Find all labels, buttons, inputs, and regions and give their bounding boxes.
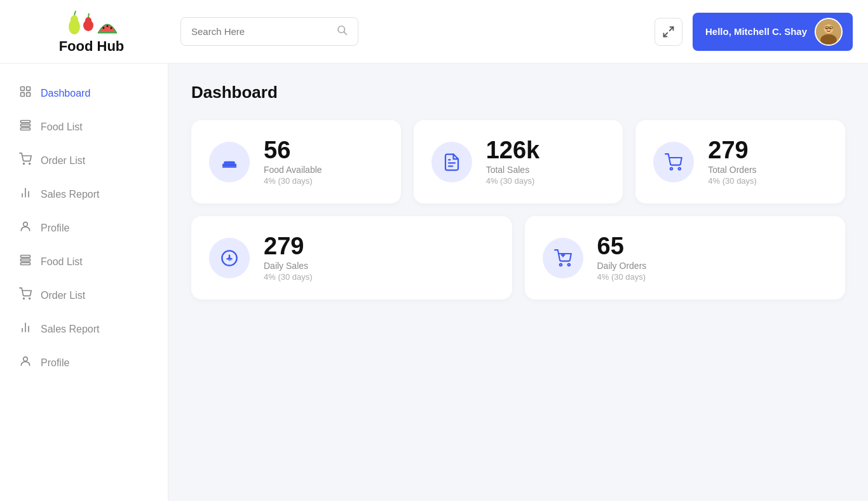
sidebar-item-sales-report[interactable]: Sales Report: [0, 177, 168, 211]
svg-rect-24: [27, 93, 31, 97]
total-orders-value: 279: [708, 138, 757, 162]
svg-point-37: [24, 298, 25, 299]
stat-info-daily-sales: 279 Daily Sales 4% (30 days): [264, 234, 313, 282]
svg-line-5: [88, 13, 89, 17]
stats-bottom-row: $ 279 Daily Sales 4% (30 days): [191, 216, 845, 299]
svg-point-6: [103, 27, 105, 29]
search-bar[interactable]: [180, 17, 358, 46]
svg-rect-26: [21, 124, 31, 126]
sidebar-item-food-list[interactable]: Food List: [0, 110, 168, 144]
sidebar-item-order-list-2-label: Order List: [41, 290, 85, 301]
food-available-icon-wrap: [209, 142, 250, 182]
profile-icon: [19, 220, 32, 236]
main-content: Dashboard 56 Food Available: [168, 64, 868, 501]
svg-point-49: [679, 167, 681, 170]
stat-card-daily-sales: $ 279 Daily Sales 4% (30 days): [191, 216, 512, 299]
user-greeting-text: Hello, Mitchell C. Shay: [705, 26, 807, 37]
daily-orders-value: 65: [597, 234, 647, 258]
fullscreen-icon: [662, 25, 675, 38]
avatar: [815, 18, 843, 46]
svg-point-15: [820, 34, 836, 45]
sidebar-item-profile-2-label: Profile: [41, 357, 69, 369]
sidebar: Dashboard Food List Order List: [0, 64, 168, 501]
total-orders-sub: 4% (30 days): [708, 176, 757, 186]
body-wrap: Dashboard Food List Order List: [0, 64, 868, 501]
svg-point-4: [85, 17, 92, 24]
svg-point-53: [559, 263, 562, 266]
svg-rect-23: [21, 93, 25, 97]
svg-point-54: [567, 263, 570, 266]
svg-point-42: [24, 357, 28, 361]
sidebar-item-dashboard[interactable]: Dashboard: [0, 76, 168, 110]
svg-point-29: [29, 163, 31, 165]
stat-info-daily-orders: 65 Daily Orders 4% (30 days): [597, 234, 647, 282]
user-greeting-button[interactable]: Hello, Mitchell C. Shay: [693, 13, 853, 51]
stat-info-total-sales: 126k Total Sales 4% (30 days): [486, 138, 540, 186]
stat-card-total-orders: 279 Total Orders 4% (30 days): [635, 120, 845, 203]
food-available-icon: [220, 153, 239, 172]
svg-rect-25: [21, 121, 31, 123]
daily-orders-icon-wrap: [543, 238, 583, 278]
header-right: Hello, Mitchell C. Shay: [654, 13, 853, 51]
food-list-2-icon: [19, 254, 32, 270]
stat-card-daily-orders: 65 Daily Orders 4% (30 days): [525, 216, 846, 299]
svg-rect-27: [21, 128, 31, 130]
svg-line-10: [344, 32, 346, 34]
sidebar-item-dashboard-label: Dashboard: [41, 88, 90, 99]
daily-sales-value: 279: [264, 234, 313, 258]
sales-report-icon: [19, 186, 32, 202]
svg-text:$: $: [228, 255, 232, 261]
food-available-label: Food Available: [264, 165, 322, 175]
logo-fruit-svg: [63, 9, 120, 36]
svg-line-2: [74, 11, 76, 15]
stat-info-food-available: 56 Food Available 4% (30 days): [264, 138, 322, 186]
sidebar-item-profile[interactable]: Profile: [0, 211, 168, 245]
logo-text: Food Hub: [59, 39, 125, 54]
sidebar-item-food-list-label: Food List: [41, 121, 83, 133]
sidebar-item-food-list-2-label: Food List: [41, 256, 83, 268]
search-input[interactable]: [191, 26, 331, 37]
sidebar-item-sales-report-2[interactable]: Sales Report: [0, 312, 168, 346]
svg-rect-21: [21, 87, 25, 91]
sales-report-2-icon: [19, 321, 32, 337]
svg-point-28: [24, 163, 25, 165]
daily-sales-label: Daily Sales: [264, 261, 313, 271]
sidebar-item-food-list-2[interactable]: Food List: [0, 245, 168, 278]
daily-orders-sub: 4% (30 days): [597, 272, 647, 282]
svg-point-48: [670, 167, 673, 170]
stat-card-total-sales: 126k Total Sales 4% (30 days): [414, 120, 623, 203]
avatar-svg: [816, 18, 841, 46]
app-name: Food Hub: [59, 39, 125, 54]
sidebar-item-sales-report-2-label: Sales Report: [41, 324, 100, 335]
total-sales-icon-wrap: [431, 142, 472, 182]
food-available-value: 56: [264, 138, 322, 162]
fullscreen-button[interactable]: [654, 18, 682, 46]
search-icon: [336, 24, 348, 39]
daily-sales-icon-wrap: $: [209, 238, 250, 278]
svg-rect-43: [222, 163, 237, 166]
logo-area: Food Hub: [15, 9, 168, 54]
page-title: Dashboard: [191, 83, 845, 102]
dashboard-icon: [19, 85, 32, 101]
sidebar-item-order-list-2[interactable]: Order List: [0, 278, 168, 312]
svg-rect-36: [21, 263, 31, 264]
svg-point-7: [107, 25, 109, 27]
sidebar-item-sales-report-label: Sales Report: [41, 189, 100, 200]
total-orders-label: Total Orders: [708, 165, 757, 175]
svg-point-33: [24, 222, 28, 226]
stats-top-row: 56 Food Available 4% (30 days) 1: [191, 120, 845, 203]
daily-orders-icon: [554, 249, 572, 267]
order-list-2-icon: [19, 287, 32, 303]
logo-fruits-icon: [63, 9, 120, 39]
sidebar-item-profile-2[interactable]: Profile: [0, 346, 168, 380]
sidebar-item-order-list-label: Order List: [41, 155, 85, 167]
svg-point-38: [29, 298, 31, 299]
sidebar-item-order-list[interactable]: Order List: [0, 144, 168, 177]
svg-point-1: [71, 15, 78, 24]
profile-2-icon: [19, 355, 32, 371]
daily-sales-sub: 4% (30 days): [264, 272, 313, 282]
daily-orders-label: Daily Orders: [597, 261, 647, 271]
svg-rect-22: [27, 87, 31, 91]
food-list-icon: [19, 119, 32, 135]
svg-rect-45: [222, 166, 237, 168]
